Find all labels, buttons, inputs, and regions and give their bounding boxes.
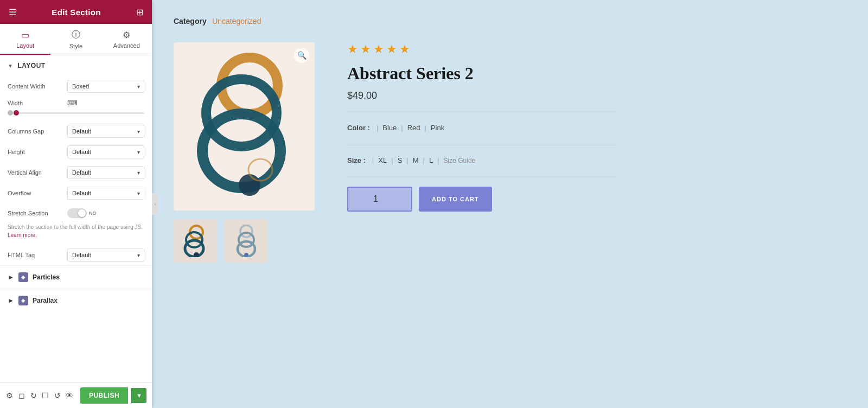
- product-area: 🔍: [174, 37, 846, 263]
- star-3: ★: [373, 42, 384, 56]
- size-l[interactable]: L: [429, 156, 433, 164]
- layout-section-header[interactable]: ▼ Layout: [0, 55, 152, 76]
- layout-chevron-icon: ▼: [8, 63, 13, 69]
- stretch-toggle-wrapper[interactable]: NO: [67, 208, 97, 218]
- edit-panel: ☰ Edit Section ⊞ ▭ Layout ⓘ Style ⚙ Adva…: [0, 0, 152, 408]
- content-width-label: Content Width: [8, 83, 67, 90]
- style-tab-icon: ⓘ: [72, 29, 80, 41]
- product-stars: ★ ★ ★ ★ ★: [347, 42, 618, 56]
- product-thumb-1[interactable]: [174, 219, 217, 263]
- width-slider-row[interactable]: [0, 109, 152, 121]
- overflow-select[interactable]: Default Hidden: [67, 187, 144, 200]
- history-icon-btn[interactable]: ↻: [29, 388, 38, 403]
- size-m[interactable]: M: [413, 156, 419, 164]
- panel-footer: ⚙ ◻ ↻ ☐ ↺ 👁 PUBLISH ▼: [0, 382, 152, 408]
- stretch-desc-text: Stretch the section to the full width of…: [8, 224, 143, 230]
- eye-icon-btn[interactable]: 👁: [65, 388, 74, 403]
- width-responsive-icon: ⌨: [67, 99, 78, 107]
- svg-point-8: [194, 252, 199, 257]
- stretch-section-label: Stretch Section: [8, 210, 67, 216]
- parallax-accordion[interactable]: ► ◆ Parallax: [0, 289, 152, 312]
- overflow-select-wrapper[interactable]: Default Hidden: [67, 187, 144, 200]
- layers-icon-btn[interactable]: ◻: [17, 388, 26, 403]
- tab-layout[interactable]: ▭ Layout: [0, 24, 50, 55]
- columns-gap-select-wrapper[interactable]: Default No Gap Narrow Wide: [67, 125, 144, 138]
- hamburger-icon[interactable]: ☰: [9, 7, 16, 17]
- panel-title: Edit Section: [52, 8, 100, 17]
- color-red[interactable]: Red: [407, 124, 420, 132]
- learn-more-link[interactable]: Learn more.: [8, 232, 37, 238]
- particles-accordion[interactable]: ► ◆ Particles: [0, 265, 152, 289]
- overflow-label: Overflow: [8, 190, 67, 196]
- main-content: Category Uncategorized 🔍: [152, 0, 868, 408]
- color-pink[interactable]: Pink: [431, 124, 444, 132]
- size-row: Size : | XL | S | M | L | Size Guide: [347, 151, 618, 170]
- columns-gap-row: Columns Gap Default No Gap Narrow Wide: [0, 121, 152, 142]
- size-guide-link[interactable]: Size Guide: [444, 157, 476, 164]
- width-row: Width ⌨: [0, 97, 152, 109]
- vertical-align-select-wrapper[interactable]: Default Top Middle Bottom: [67, 166, 144, 179]
- panel-tabs: ▭ Layout ⓘ Style ⚙ Advanced: [0, 24, 152, 55]
- html-tag-select[interactable]: Default header footer main section artic…: [67, 248, 144, 262]
- advanced-tab-icon: ⚙: [123, 30, 130, 40]
- zoom-icon[interactable]: 🔍: [294, 48, 309, 63]
- tab-style-label: Style: [69, 43, 82, 49]
- slider-dot: [8, 110, 13, 116]
- add-to-cart-button[interactable]: ADD TO CART: [419, 187, 492, 212]
- panel-header: ☰ Edit Section ⊞: [0, 0, 152, 24]
- settings-icon-btn[interactable]: ⚙: [5, 388, 14, 403]
- vertical-align-row: Vertical Align Default Top Middle Bottom: [0, 162, 152, 183]
- height-label: Height: [8, 149, 67, 155]
- product-thumb-2[interactable]: [225, 219, 268, 263]
- category-label: Category Uncategorized: [174, 16, 846, 26]
- height-select[interactable]: Default Fit To Screen Min Height: [67, 145, 144, 158]
- html-tag-row: HTML Tag Default header footer main sect…: [0, 245, 152, 265]
- publish-button[interactable]: PUBLISH: [80, 387, 128, 404]
- size-s[interactable]: S: [398, 156, 403, 164]
- content-width-row: Content Width Boxed Full Width: [0, 76, 152, 97]
- product-price: $49.00: [347, 90, 618, 101]
- content-width-select[interactable]: Boxed Full Width: [67, 80, 144, 93]
- template-icon-btn[interactable]: ☐: [41, 388, 50, 403]
- slider-thumb[interactable]: [14, 110, 19, 116]
- stretch-toggle[interactable]: [67, 208, 87, 218]
- layout-section-label: Layout: [17, 62, 45, 69]
- category-prefix: Category: [174, 17, 207, 25]
- redo-icon-btn[interactable]: ↺: [53, 388, 62, 403]
- tab-layout-label: Layout: [16, 42, 34, 49]
- vertical-align-select[interactable]: Default Top Middle Bottom: [67, 166, 144, 179]
- particles-label: Particles: [33, 273, 60, 281]
- color-label: Color :: [347, 124, 370, 132]
- content-width-select-wrapper[interactable]: Boxed Full Width: [67, 80, 144, 93]
- layout-tab-icon: ▭: [21, 30, 29, 40]
- svg-point-10: [239, 233, 254, 247]
- product-images: 🔍: [174, 42, 315, 263]
- product-info: ★ ★ ★ ★ ★ Abstract Series 2 $49.00 Color…: [347, 42, 618, 212]
- grid-icon[interactable]: ⊞: [136, 7, 143, 17]
- panel-body: ▼ Layout Content Width Boxed Full Width …: [0, 55, 152, 408]
- parallax-label: Parallax: [33, 297, 58, 304]
- tab-style[interactable]: ⓘ Style: [50, 24, 101, 55]
- height-select-wrapper[interactable]: Default Fit To Screen Min Height: [67, 145, 144, 158]
- product-thumbnails: [174, 219, 315, 263]
- parallax-chevron-icon: ►: [8, 297, 14, 304]
- tab-advanced[interactable]: ⚙ Advanced: [101, 24, 152, 55]
- size-xl[interactable]: XL: [378, 156, 387, 164]
- divider-3: [347, 176, 618, 177]
- color-blue[interactable]: Blue: [382, 124, 397, 132]
- panel-collapse-handle[interactable]: ‹: [152, 193, 158, 215]
- width-label: Width: [8, 100, 67, 106]
- html-tag-select-wrapper[interactable]: Default header footer main section artic…: [67, 248, 144, 262]
- svg-point-9: [240, 225, 252, 237]
- star-1: ★: [347, 42, 358, 56]
- product-main-artwork: [174, 42, 315, 211]
- columns-gap-select[interactable]: Default No Gap Narrow Wide: [67, 125, 144, 138]
- columns-gap-label: Columns Gap: [8, 128, 67, 135]
- svg-point-12: [244, 253, 248, 257]
- quantity-input[interactable]: [347, 187, 412, 212]
- publish-arrow-button[interactable]: ▼: [131, 388, 146, 403]
- rings-artwork-svg: [184, 50, 304, 202]
- product-title: Abstract Series 2: [347, 63, 618, 84]
- category-value[interactable]: Uncategorized: [212, 17, 261, 25]
- slider-track[interactable]: [16, 112, 144, 114]
